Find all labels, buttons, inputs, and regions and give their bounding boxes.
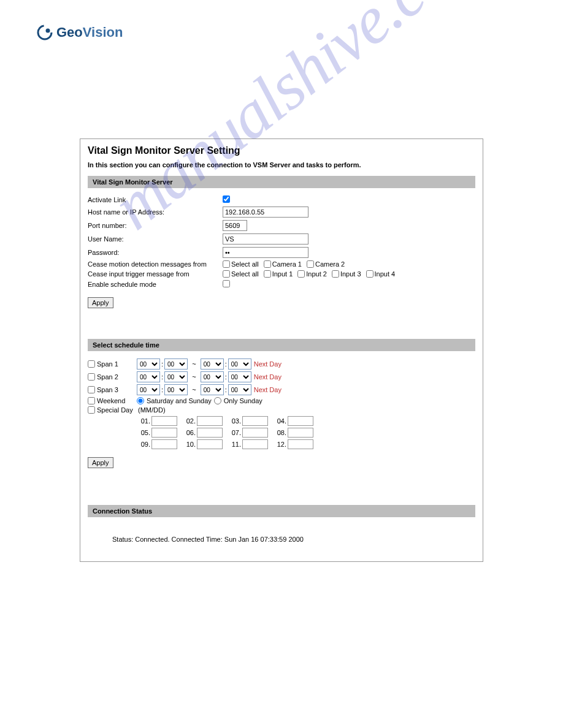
enable-schedule-checkbox[interactable] [223, 280, 230, 287]
span1-label: Span 1 [97, 360, 118, 368]
span2-end-hour[interactable]: 00 [201, 371, 224, 382]
span1-end-hour[interactable]: 00 [201, 358, 224, 370]
section-connection-status: Connection Status [88, 505, 475, 517]
special-day-label: Special Day [97, 406, 133, 414]
span3-label: Span 3 [97, 386, 118, 393]
special-num-11: 11. [228, 441, 241, 448]
span3-end-min[interactable]: 00 [228, 384, 251, 395]
host-label: Host name or IP Address: [88, 208, 223, 216]
span1-next-day: Next Day [254, 360, 282, 368]
special-input-5[interactable] [151, 428, 177, 438]
cease-input-1-checkbox[interactable] [264, 270, 271, 278]
span2-next-day: Next Day [254, 373, 282, 381]
special-num-7: 07. [228, 429, 241, 436]
connection-status-text: Status: Connected. Connected Time: Sun J… [112, 536, 475, 543]
cease-motion-all-label: Select all [231, 260, 259, 268]
enable-schedule-label: Enable schedule mode [88, 281, 223, 288]
port-label: Port number: [88, 222, 223, 229]
logo-text-vision: Vision [83, 25, 123, 40]
only-sun-label: Only Sunday [224, 397, 262, 404]
logo: GeoVision [37, 25, 526, 40]
cease-motion-label: Cease motion detection messages from [88, 260, 223, 268]
username-label: User Name: [88, 235, 223, 243]
span1-start-hour[interactable]: 00 [137, 358, 160, 370]
special-input-9[interactable] [151, 439, 177, 449]
special-input-11[interactable] [242, 439, 268, 449]
password-label: Password: [88, 249, 223, 256]
weekend-checkbox[interactable] [88, 397, 95, 404]
cease-input-4-label: Input 4 [375, 270, 396, 278]
span3-end-hour[interactable]: 00 [201, 384, 224, 395]
cease-motion-cam2-checkbox[interactable] [307, 260, 314, 268]
special-num-8: 08. [273, 429, 286, 436]
cease-input-all-checkbox[interactable] [223, 270, 230, 278]
section-schedule: Select schedule time [88, 339, 475, 351]
svg-point-1 [46, 29, 50, 33]
special-num-10: 10. [182, 441, 196, 448]
cease-input-4-checkbox[interactable] [366, 270, 373, 278]
section-vsm-server: Vital Sign Monitor Server [88, 176, 475, 188]
special-input-2[interactable] [197, 416, 223, 426]
special-num-5: 05. [137, 429, 150, 436]
cease-input-3-label: Input 3 [340, 270, 361, 278]
span2-checkbox[interactable] [88, 373, 95, 381]
special-num-12: 12. [273, 441, 286, 448]
span1-checkbox[interactable] [88, 360, 95, 368]
special-num-6: 06. [182, 429, 196, 436]
page-description: In this section you can configure the co… [88, 161, 475, 169]
span3-next-day: Next Day [254, 386, 282, 393]
logo-text-geo: Geo [56, 25, 83, 40]
span3-checkbox[interactable] [88, 386, 95, 393]
activate-link-checkbox[interactable] [223, 195, 230, 203]
special-day-grid: 01. 02. 03. 04. 05. 06. 07. 08. 09. 10. … [137, 416, 475, 449]
mmdd-label: (MM/DD) [138, 406, 166, 414]
sat-sun-label: Saturday and Sunday [147, 397, 212, 404]
cease-input-label: Cease input trigger message from [88, 270, 223, 278]
special-input-3[interactable] [242, 416, 268, 426]
activate-link-label: Activate Link [88, 196, 223, 203]
logo-icon [37, 25, 53, 40]
span3-start-hour[interactable]: 00 [137, 384, 160, 395]
special-num-3: 03. [228, 417, 241, 425]
apply-button-1[interactable]: Apply [88, 297, 113, 308]
special-input-8[interactable] [288, 428, 313, 438]
cease-motion-all-checkbox[interactable] [223, 260, 230, 268]
port-input[interactable] [223, 220, 247, 231]
cease-motion-cam1-label: Camera 1 [272, 260, 302, 268]
cease-input-all-label: Select all [231, 270, 259, 278]
password-input[interactable] [223, 247, 308, 258]
sat-sun-radio[interactable] [137, 397, 144, 404]
apply-button-2[interactable]: Apply [88, 457, 113, 468]
cease-input-1-label: Input 1 [272, 270, 293, 278]
page-title: Vital Sign Monitor Server Setting [88, 145, 475, 156]
special-input-4[interactable] [288, 416, 313, 426]
only-sun-radio[interactable] [214, 397, 221, 404]
cease-input-2-checkbox[interactable] [297, 270, 305, 278]
span3-start-min[interactable]: 00 [164, 384, 188, 395]
svg-point-0 [38, 26, 52, 39]
special-input-6[interactable] [197, 428, 223, 438]
special-num-9: 09. [137, 441, 150, 448]
special-num-4: 04. [273, 417, 286, 425]
special-input-10[interactable] [197, 439, 223, 449]
span2-start-hour[interactable]: 00 [137, 371, 160, 382]
cease-motion-cam1-checkbox[interactable] [264, 260, 271, 268]
cease-input-3-checkbox[interactable] [332, 270, 339, 278]
special-num-1: 01. [137, 417, 150, 425]
special-input-12[interactable] [288, 439, 313, 449]
span2-start-min[interactable]: 00 [164, 371, 188, 382]
span2-label: Span 2 [97, 373, 118, 381]
span2-end-min[interactable]: 00 [228, 371, 251, 382]
special-input-1[interactable] [151, 416, 177, 426]
host-input[interactable] [223, 207, 308, 218]
username-input[interactable] [223, 233, 308, 245]
special-input-7[interactable] [242, 428, 268, 438]
settings-panel: Vital Sign Monitor Server Setting In thi… [80, 138, 483, 562]
span1-start-min[interactable]: 00 [164, 358, 188, 370]
special-day-checkbox[interactable] [88, 406, 95, 414]
special-num-2: 02. [182, 417, 196, 425]
cease-motion-cam2-label: Camera 2 [315, 260, 345, 268]
weekend-label: Weekend [97, 397, 125, 404]
cease-input-2-label: Input 2 [306, 270, 327, 278]
span1-end-min[interactable]: 00 [228, 358, 251, 370]
